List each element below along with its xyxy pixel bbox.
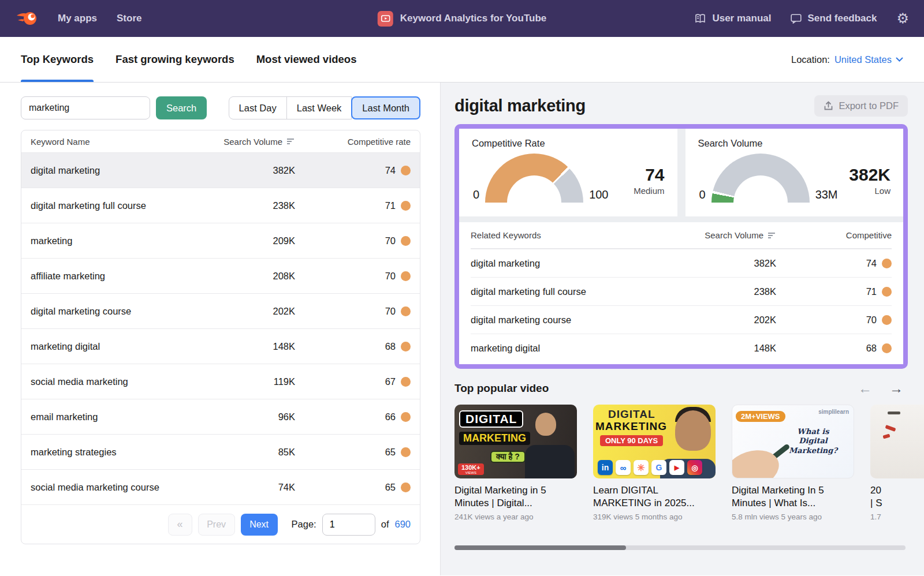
rate-dot: [882, 315, 892, 325]
table-row[interactable]: digital marketing full course 238K 71: [21, 188, 420, 223]
rate-dot: [401, 201, 411, 211]
gauge-max-label: 33M: [815, 188, 838, 201]
table-row[interactable]: marketing 209K 70: [21, 223, 420, 258]
video-title: Digital Marketing in 5 Minutes | Digital…: [454, 484, 577, 510]
gauge-level: Low: [849, 186, 891, 196]
gauge-max-label: 100: [589, 188, 608, 201]
col-search-volume[interactable]: Search Volume: [638, 230, 776, 240]
table-row[interactable]: email marketing 96K 66: [21, 399, 420, 434]
meta-icon: ∞: [616, 460, 631, 475]
views-badge: 2M+VIEWS: [736, 411, 785, 422]
instagram-icon: ◎: [687, 460, 702, 475]
nav-store[interactable]: Store: [117, 13, 141, 24]
rate-dot: [401, 377, 411, 387]
total-pages[interactable]: 690: [394, 519, 411, 530]
simplilearn-logo: simplilearn: [818, 409, 849, 415]
pagination: « Prev Next Page: of 690: [21, 504, 420, 544]
linkedin-icon: in: [598, 460, 613, 475]
related-keywords-table: Related Keywords Search Volume Competiti…: [459, 222, 903, 364]
video-card[interactable]: DIGITAL MARKETING क्या है ? 130K+VIEWS D…: [454, 405, 577, 521]
table-row[interactable]: social media marketing 119K 67: [21, 364, 420, 399]
keyword-detail-panel: digital marketing Export to PDF Competit…: [440, 83, 924, 575]
col-keyword-name: Keyword Name: [31, 137, 214, 147]
keywords-panel: Search Last Day Last Week Last Month Key…: [0, 83, 440, 575]
table-row[interactable]: marketing strategies 85K 65: [21, 434, 420, 469]
hubspot-icon: ✳: [634, 460, 649, 475]
app-title: Keyword Analytics for YouTube: [400, 13, 546, 24]
search-volume-gauge: [711, 154, 810, 203]
user-manual-link[interactable]: User manual: [694, 13, 771, 24]
prev-page-button[interactable]: Prev: [198, 514, 235, 536]
settings-gear-icon[interactable]: ⚙: [896, 12, 909, 25]
video-thumbnail: simplilearn 2M+VIEWS What is Digital Mar…: [732, 405, 854, 478]
video-carousel: DIGITAL MARKETING क्या है ? 130K+VIEWS D…: [454, 405, 924, 521]
video-meta: 319K views 5 months ago: [593, 513, 716, 521]
sort-icon: [768, 232, 776, 239]
period-last-day[interactable]: Last Day: [229, 96, 287, 119]
keyword-search-input[interactable]: [21, 96, 150, 119]
scrollbar-thumb[interactable]: [454, 545, 626, 550]
table-row[interactable]: digital marketing 382K 74: [21, 152, 420, 188]
next-page-button[interactable]: Next: [241, 514, 278, 536]
page-label: Page:: [292, 519, 316, 530]
upload-icon: [824, 101, 833, 111]
competitive-rate-gauge: [485, 154, 583, 203]
export-pdf-button[interactable]: Export to PDF: [814, 95, 908, 117]
tab-fast-growing-keywords[interactable]: Fast growing keywords: [116, 37, 234, 82]
carousel-prev-icon[interactable]: ←: [858, 380, 872, 397]
period-last-week[interactable]: Last Week: [286, 96, 352, 119]
top-popular-video-heading: Top popular video: [454, 382, 549, 395]
table-row[interactable]: affiliate marketing 208K 70: [21, 258, 420, 293]
location-selector[interactable]: United States: [834, 54, 903, 65]
col-search-volume[interactable]: Search Volume: [214, 137, 295, 147]
related-row[interactable]: marketing digital 148K 68: [471, 334, 892, 362]
table-row[interactable]: marketing digital 148K 68: [21, 328, 420, 364]
period-toggle: Last Day Last Week Last Month: [229, 96, 420, 119]
semrush-logo-icon[interactable]: [15, 10, 38, 27]
rate-dot: [401, 342, 411, 351]
rate-dot: [882, 259, 892, 268]
competitive-rate-gauge-card: Competitive Rate 0 100 74 Medium: [459, 129, 677, 216]
video-card[interactable]: 20 | S 1.7: [870, 405, 924, 521]
related-row[interactable]: digital marketing course 202K 70: [471, 305, 892, 334]
send-feedback-link[interactable]: Send feedback: [791, 13, 877, 24]
first-page-button[interactable]: «: [168, 514, 192, 536]
sort-icon: [287, 138, 295, 145]
video-title: 20 | S: [870, 484, 924, 510]
video-card[interactable]: DIGITAL MARKETING ONLY 90 DAYS in ∞ ✳ G …: [593, 405, 716, 521]
table-row[interactable]: social media marketing course 74K 65: [21, 469, 420, 504]
tab-bar: Top Keywords Fast growing keywords Most …: [0, 37, 924, 83]
book-icon: [694, 14, 706, 24]
period-last-month[interactable]: Last Month: [351, 96, 420, 119]
top-navbar: My apps Store Keyword Analytics for YouT…: [0, 0, 924, 37]
nav-my-apps[interactable]: My apps: [58, 13, 97, 24]
related-header-row: Related Keywords Search Volume Competiti…: [471, 222, 892, 249]
rate-dot: [401, 412, 411, 422]
page-number-input[interactable]: [322, 514, 375, 536]
keywords-table: Keyword Name Search Volume Competitive r…: [21, 130, 420, 544]
table-row[interactable]: digital marketing course 202K 70: [21, 293, 420, 328]
gauge-min-label: 0: [473, 188, 479, 201]
carousel-next-icon[interactable]: →: [889, 380, 903, 397]
col-competitive-rate: Competitive rate: [295, 137, 411, 147]
gauge-value: 382K: [849, 165, 891, 185]
carousel-scrollbar: [454, 545, 906, 550]
rate-dot: [401, 271, 411, 281]
active-tab-underline: [21, 80, 94, 82]
gauge-value: 74: [634, 165, 664, 185]
tab-most-viewed-videos[interactable]: Most viewed videos: [256, 37, 357, 82]
related-row[interactable]: digital marketing full course 238K 71: [471, 277, 892, 305]
tab-top-keywords[interactable]: Top Keywords: [21, 37, 94, 82]
gauge-min-label: 0: [699, 188, 706, 201]
search-volume-gauge-card: Search Volume 0 33M 382K Low: [685, 129, 904, 216]
rate-dot: [401, 236, 411, 246]
video-meta: 241K views a year ago: [454, 513, 577, 521]
search-button[interactable]: Search: [156, 96, 207, 119]
col-competitive: Competitive: [776, 230, 892, 240]
keyword-detail-title: digital marketing: [454, 96, 586, 115]
youtube-app-icon: [378, 11, 393, 27]
video-card[interactable]: simplilearn 2M+VIEWS What is Digital Mar…: [732, 405, 854, 521]
video-thumbnail: DIGITAL MARKETING क्या है ? 130K+VIEWS: [454, 405, 577, 478]
table-header-row: Keyword Name Search Volume Competitive r…: [21, 130, 420, 152]
related-row[interactable]: digital marketing 382K 74: [471, 249, 892, 277]
